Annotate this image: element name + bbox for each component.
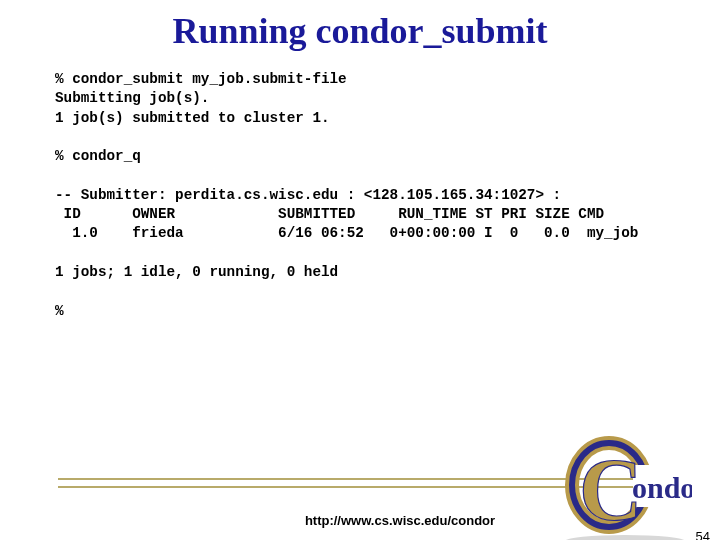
footer-url: http://www.cs.wisc.edu/condor: [0, 513, 720, 528]
footer: ondor C http://www.cs.wisc.edu/condor 54: [0, 435, 720, 540]
page-number: 54: [696, 529, 710, 540]
slide: Running condor_submit % condor_submit my…: [0, 10, 720, 540]
terminal-output: % condor_submit my_job.submit-file Submi…: [0, 70, 720, 321]
slide-title: Running condor_submit: [0, 10, 720, 52]
